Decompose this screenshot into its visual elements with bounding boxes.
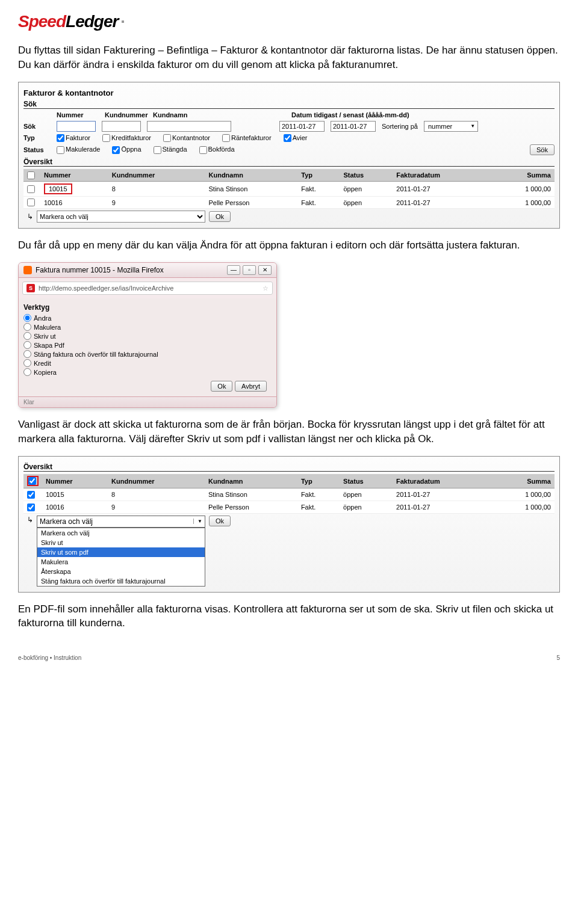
cell-typ: Fakt. [297,196,340,209]
radio-stang[interactable]: Stäng faktura och överför till fakturajo… [23,350,272,358]
kundnamn-input[interactable] [147,121,231,132]
chk-all-2[interactable] [28,477,36,485]
close-button[interactable]: ✕ [258,265,272,275]
cell-status: öppen [340,196,393,209]
chk-bokforda[interactable] [199,146,207,154]
table-row[interactable]: 10015 8 Stina Stinson Fakt. öppen 2011-0… [23,488,555,501]
cell-num[interactable]: 10016 [42,500,108,513]
footer: e-bokföring • Instruktion 5 [18,654,560,661]
oversikt-header: Översikt [23,158,555,167]
cell-num[interactable]: 10015 [42,488,108,501]
dialog-body: Verktyg Ändra Makulera Skriv ut Skapa Pd… [19,298,276,396]
kundnummer-input[interactable] [102,121,141,132]
table-row[interactable]: 10016 9 Pelle Persson Fakt. öppen 2011-0… [23,500,555,513]
maximize-button[interactable]: ▫ [243,265,256,275]
sok-header: Sök [23,100,555,109]
cell-num[interactable]: 10016 [40,196,108,209]
lbl-kreditfakturor: Kreditfakturor [111,134,151,141]
chk-avier[interactable] [284,134,291,142]
sok-button[interactable]: Sök [530,144,555,155]
chk-row[interactable] [27,504,35,511]
firefox-icon [23,266,32,274]
chk-rantefakturor[interactable] [222,134,230,142]
minimize-button[interactable]: — [227,265,240,275]
chk-all[interactable] [27,171,35,179]
cell-typ: Fakt. [297,181,340,196]
site-icon: S [26,284,35,292]
verktyg-header: Verktyg [23,303,272,312]
chk-makulerade[interactable] [57,146,64,154]
logo-dot [122,20,124,23]
sort-dropdown[interactable]: nummer▼ [424,121,478,132]
sok-label: Sök [23,123,51,130]
chk-oppna[interactable] [112,146,120,154]
cell-datum: 2011-01-27 [393,196,491,209]
radio-skapapdf[interactable]: Skapa Pdf [23,341,272,349]
chk-kreditfakturor[interactable] [102,134,110,142]
dd-item[interactable]: Skriv ut [37,538,205,547]
dd-item[interactable]: Återskapa [37,567,205,576]
th-summa: Summa [491,474,555,488]
cell-summa: 1 000,00 [491,181,555,196]
cell-datum: 2011-01-27 [393,181,491,196]
uparrow-icon: ↳ [27,516,33,524]
chk-row[interactable] [27,199,35,206]
ff-status: Klar [19,396,276,407]
dd-item[interactable]: Makulera [37,557,205,567]
nummer-input[interactable] [57,121,96,132]
page-number: 5 [556,654,560,661]
radio-kredit[interactable]: Kredit [23,359,272,367]
action-dropdown[interactable]: Markera och välj [37,211,205,223]
table-header-row: Nummer Kundnummer Kundnamn Typ Status Fa… [23,169,555,181]
col-datum: Datum tidigast / senast (åååå-mm-dd) [291,111,409,119]
table-row[interactable]: 10015 8 Stina Stinson Fakt. öppen 2011-0… [23,181,555,196]
lbl-makulerade: Makulerade [66,146,100,153]
ff-ok-button[interactable]: Ok [211,381,232,392]
dd-item[interactable]: Stäng faktura och överför till fakturajo… [37,576,205,586]
radio-makulera[interactable]: Makulera [23,323,272,331]
radio-kopiera[interactable]: Kopiera [23,368,272,376]
url-text: http://demo.speedledger.se/ias/InvoiceAr… [39,285,173,292]
date-to-input[interactable] [331,121,376,132]
radio-andra[interactable]: Ändra [23,314,272,322]
paragraph-1: Du flyttas till sidan Fakturering – Befi… [18,43,560,72]
th-summa: Summa [491,169,555,181]
invoice-table-2: Nummer Kundnummer Kundnamn Typ Status Fa… [23,474,555,514]
cell-summa: 1 000,00 [491,196,555,209]
cell-namn: Pelle Persson [205,500,297,513]
cell-num[interactable]: 10015 [44,183,72,194]
chk-kontantnotor[interactable] [163,134,171,142]
lbl-oppna: Öppna [121,146,141,153]
ok-button-2[interactable]: Ok [209,516,231,526]
cell-summa: 1 000,00 [491,500,555,513]
date-from-input[interactable] [279,121,325,132]
th-nummer: Nummer [40,169,108,181]
col-kundnummer: Kundnummer [105,111,147,119]
table-header-row: Nummer Kundnummer Kundnamn Typ Status Fa… [23,474,555,488]
bookmark-icon[interactable]: ☆ [263,285,269,292]
dd-item-selected[interactable]: Skriv ut som pdf [37,547,205,557]
table-row[interactable]: 10016 9 Pelle Persson Fakt. öppen 2011-0… [23,196,555,209]
ff-avbryt-button[interactable]: Avbryt [235,381,267,392]
url-bar[interactable]: S http://demo.speedledger.se/ias/Invoice… [22,282,273,295]
cell-status: öppen [340,500,393,513]
firefox-window: Faktura nummer 10015 - Mozilla Firefox —… [18,262,277,408]
col-nummer: Nummer [57,111,99,119]
th-kundnummer: Kundnummer [108,169,205,181]
th-typ: Typ [297,169,340,181]
ok-button[interactable]: Ok [209,211,231,222]
caret-icon: ▼ [470,123,475,129]
logo: SpeedLedger [18,12,560,31]
chk-row[interactable] [27,185,35,193]
chk-fakturor[interactable] [57,134,64,142]
cell-namn: Pelle Persson [205,196,298,209]
cell-k: 9 [108,196,205,209]
lbl-avier: Avier [293,134,308,141]
th-kundnamn: Kundnamn [205,474,297,488]
chk-row[interactable] [27,491,35,499]
radio-skrivut[interactable]: Skriv ut [23,332,272,340]
dd-item[interactable]: Markera och välj [37,528,205,538]
chk-stangda[interactable] [154,146,161,154]
cell-typ: Fakt. [297,488,340,501]
action-dropdown-2[interactable]: Markera och välj ▼ [37,516,205,528]
